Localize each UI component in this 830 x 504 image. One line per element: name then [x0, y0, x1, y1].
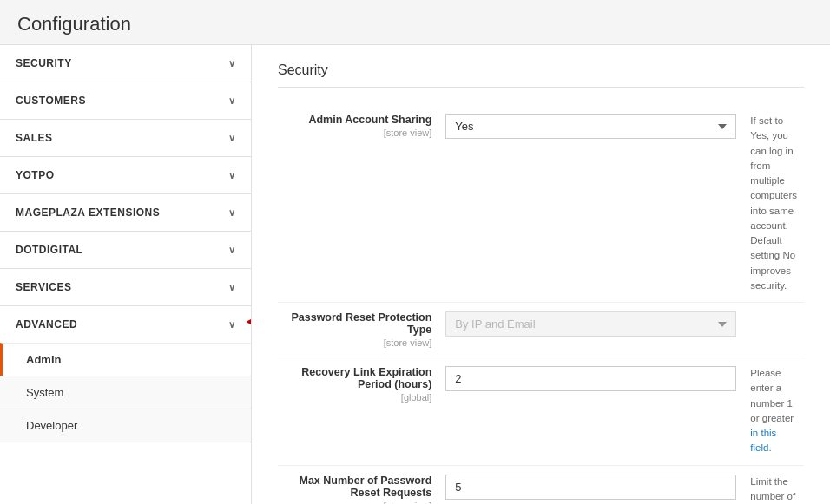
chevron-down-icon: ∨ — [228, 133, 236, 144]
chevron-down-icon: ∨ — [228, 207, 236, 219]
field-note-0: If set to Yes, you can log in from multi… — [750, 115, 797, 291]
sidebar: SECURITY ∨ CUSTOMERS ∨ SALES ∨ — [0, 45, 252, 504]
sidebar-section-label-yotpo: YOTPO — [16, 169, 55, 181]
sidebar-item-security[interactable]: SECURITY ∨ — [0, 45, 251, 82]
sidebar-sub-item-developer[interactable]: Developer — [0, 409, 251, 442]
field-note-cell-0: If set to Yes, you can log in from multi… — [743, 105, 804, 303]
section-title: Security — [278, 62, 804, 88]
page-title: Configuration — [0, 0, 830, 45]
field-row-password-reset-type: Password Reset Protection Type [store vi… — [278, 303, 804, 357]
main-content: Security Admin Account Sharing [store vi… — [252, 45, 830, 504]
field-scope-3: [store view] — [285, 501, 431, 505]
sidebar-section-label-services: SERVICES — [16, 281, 71, 293]
sidebar-section-label-mageplaza: MAGEPLAZA EXTENSIONS — [16, 206, 160, 219]
field-label-0: Admin Account Sharing — [285, 114, 431, 126]
field-input-cell-2 — [438, 357, 743, 466]
content-area: SECURITY ∨ CUSTOMERS ∨ SALES ∨ — [0, 45, 830, 504]
sidebar-sub-item-admin[interactable]: Admin — [0, 343, 251, 376]
field-input-cell-3 — [438, 465, 743, 504]
field-note-3: Limit the number of password reset reque… — [750, 476, 795, 505]
sidebar-item-services[interactable]: SERVICES ∨ — [0, 269, 251, 305]
field-scope-2: [global] — [285, 392, 431, 403]
sidebar-item-sales[interactable]: SALES ∨ — [0, 120, 251, 156]
field-note-cell-2: Please enter a number 1 or greater in th… — [743, 357, 804, 466]
field-note-cell-1 — [743, 303, 804, 357]
chevron-down-icon: ∨ — [228, 245, 236, 256]
chevron-down-icon: ∨ — [228, 95, 236, 107]
sidebar-section-security: SECURITY ∨ — [0, 45, 251, 82]
sidebar-sub-item-system[interactable]: System — [0, 376, 251, 409]
sidebar-section-label-dotdigital: DOTDIGITAL — [16, 244, 82, 256]
field-label-1: Password Reset Protection Type — [285, 311, 431, 336]
chevron-down-icon: ∨ — [228, 282, 236, 293]
field-label-cell-3: Max Number of Password Reset Requests [s… — [278, 465, 438, 504]
admin-account-sharing-select[interactable]: Yes No — [445, 114, 736, 139]
sidebar-section-customers: CUSTOMERS ∨ — [0, 82, 251, 120]
sidebar-item-yotpo[interactable]: YOTPO ∨ — [0, 157, 251, 193]
sidebar-section-sales: SALES ∨ — [0, 120, 251, 157]
sidebar-item-mageplaza[interactable]: MAGEPLAZA EXTENSIONS ∨ — [0, 194, 251, 231]
field-row-admin-account-sharing: Admin Account Sharing [store view] Yes N… — [278, 105, 804, 303]
field-note-2: Please enter a number 1 or greater in th… — [750, 368, 794, 453]
field-input-cell-1: By IP and Email By IP By Email None — [438, 303, 743, 357]
chevron-down-icon: ∨ — [228, 170, 236, 181]
field-label-3: Max Number of Password Reset Requests — [285, 475, 431, 499]
field-label-cell-2: Recovery Link Expiration Period (hours) … — [278, 357, 438, 466]
sidebar-section-mageplaza: MAGEPLAZA EXTENSIONS ∨ — [0, 194, 251, 232]
field-row-recovery-link: Recovery Link Expiration Period (hours) … — [278, 357, 804, 466]
sidebar-sub-items: Admin System — [0, 343, 251, 442]
sidebar-section-label-advanced: ADVANCED — [16, 318, 77, 331]
sidebar-section-label-security: SECURITY — [16, 57, 72, 69]
field-row-max-reset-requests: Max Number of Password Reset Requests [s… — [278, 465, 804, 504]
field-input-cell-0: Yes No — [438, 105, 743, 303]
sidebar-section-advanced: ADVANCED ∨ Admin — [0, 306, 251, 442]
chevron-down-icon: ∨ — [228, 319, 236, 331]
field-label-cell-1: Password Reset Protection Type [store vi… — [278, 303, 438, 357]
sidebar-section-label-sales: SALES — [16, 132, 53, 144]
security-form: Admin Account Sharing [store view] Yes N… — [278, 105, 804, 504]
field-label-2: Recovery Link Expiration Period (hours) — [285, 366, 431, 390]
field-scope-1: [store view] — [285, 337, 431, 348]
chevron-down-icon: ∨ — [228, 58, 236, 69]
password-reset-type-select[interactable]: By IP and Email By IP By Email None — [445, 311, 736, 337]
sidebar-item-customers[interactable]: CUSTOMERS ∨ — [0, 82, 251, 119]
field-label-cell-0: Admin Account Sharing [store view] — [278, 105, 438, 303]
recovery-link-input[interactable] — [445, 366, 736, 391]
sidebar-section-dotdigital: DOTDIGITAL ∨ — [0, 232, 251, 269]
note-link-2: in this field — [750, 428, 776, 453]
sidebar-section-services: SERVICES ∨ — [0, 269, 251, 306]
sidebar-item-dotdigital[interactable]: DOTDIGITAL ∨ — [0, 232, 251, 268]
max-reset-requests-input[interactable] — [445, 475, 736, 500]
sidebar-section-yotpo: YOTPO ∨ — [0, 157, 251, 194]
sidebar-sub-item-label-system: System — [26, 386, 63, 399]
sidebar-section-label-customers: CUSTOMERS — [16, 95, 86, 107]
sidebar-sub-item-label-developer: Developer — [26, 419, 77, 432]
field-note-cell-3: Limit the number of password reset reque… — [743, 465, 804, 504]
page-wrapper: Configuration SECURITY ∨ CUSTOMERS ∨ — [0, 0, 830, 504]
sidebar-item-advanced[interactable]: ADVANCED ∨ — [0, 306, 251, 343]
sidebar-sub-item-label-admin: Admin — [26, 353, 61, 366]
field-scope-0: [store view] — [285, 128, 431, 138]
